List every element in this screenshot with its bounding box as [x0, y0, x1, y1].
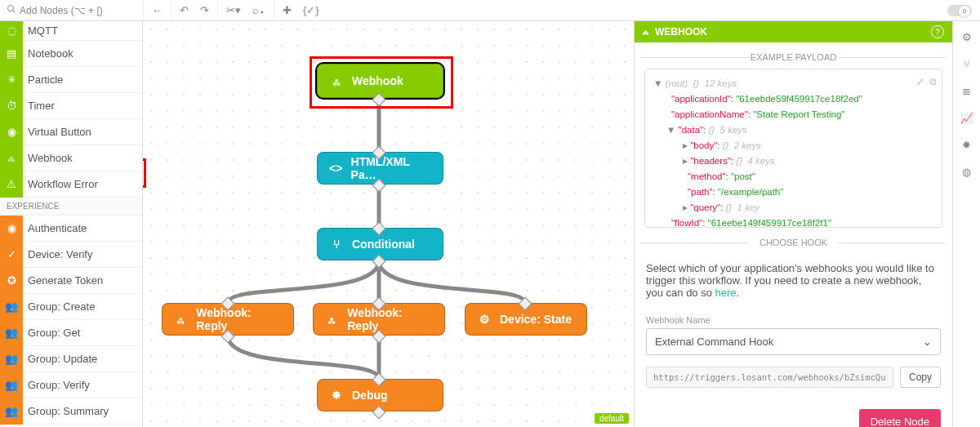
palette-item-particle[interactable]: ✳Particle — [0, 67, 142, 93]
node-label: Conditional — [352, 238, 415, 251]
example-payload[interactable]: ⤢ ⧉ ▼ (root) {} 12 keys "applicationId":… — [644, 69, 942, 228]
bug-icon: ✸ — [329, 388, 344, 403]
search-placeholder: Add Nodes (⌥ + [) — [20, 5, 103, 16]
palette-item-device-verify[interactable]: ✓Device: Verify — [0, 242, 142, 268]
palette-item-group-summary[interactable]: 👥Group: Summary — [0, 398, 142, 425]
palette-item-virtual-button[interactable]: ◉Virtual Button — [0, 119, 142, 145]
create-webhook-link[interactable]: here — [715, 287, 737, 299]
bug-icon[interactable]: ✸ — [962, 139, 971, 151]
webhook-name-label: Webhook Name — [646, 315, 941, 325]
webhook-name-select[interactable]: External Command Hook ⌄ — [646, 328, 941, 355]
node-label: Webhook — [352, 74, 403, 87]
branch-icon: ⑂ — [329, 237, 344, 251]
palette-item-timer[interactable]: ⏱Timer — [0, 93, 142, 119]
right-tool-rail: ⚙ ⑂ ≣ 📈 ✸ ◍ — [952, 21, 980, 427]
copy-url-button[interactable]: Copy — [900, 367, 941, 388]
node-label: Device: State — [500, 313, 572, 326]
node-label: Webhook: Reply — [347, 306, 433, 332]
section-experience: EXPERIENCE — [0, 198, 142, 216]
group-get-icon: 👥 — [0, 320, 23, 346]
zoom-menu[interactable]: ⌕▾ — [249, 2, 269, 18]
svg-point-0 — [8, 6, 14, 11]
webhook-icon: ஃ — [329, 73, 344, 88]
bracket-button[interactable]: {✓} — [300, 2, 323, 18]
choose-hook-heading: CHOOSE HOOK — [635, 238, 952, 247]
panel-title: WEBHOOK — [655, 26, 707, 38]
error-icon: ⚠ — [0, 171, 23, 198]
delete-node-button[interactable]: Delete Node — [859, 409, 941, 427]
group-update-icon: 👥 — [0, 346, 23, 372]
timer-icon: ⏱ — [0, 93, 23, 119]
palette-item-workflow-error[interactable]: ⚠Workflow Error — [0, 171, 142, 198]
copy-payload-icon[interactable]: ⧉ — [929, 74, 937, 91]
notebook-icon: ▤ — [0, 41, 23, 67]
gear-icon: ⚙ — [477, 312, 492, 327]
workflow-canvas[interactable]: ஃ Webhook <> HTML/XML Pa… ⑂ Conditional … — [143, 21, 634, 427]
webhook-url-field[interactable] — [646, 367, 893, 388]
enabled-toggle[interactable] — [947, 5, 972, 16]
palette-item-group-get[interactable]: 👥Group: Get — [0, 320, 142, 346]
webhook-icon: ஃ — [0, 145, 23, 171]
globe-icon[interactable]: ◍ — [962, 166, 971, 178]
chart-icon[interactable]: 📈 — [960, 112, 973, 124]
code-icon: <> — [329, 161, 343, 176]
node-label: Webhook: Reply — [196, 306, 282, 332]
database-icon[interactable]: ≣ — [962, 85, 971, 97]
cut-menu[interactable]: ✂▾ — [223, 2, 244, 18]
button-icon: ◉ — [0, 119, 23, 145]
palette-item-group-verify[interactable]: 👥Group: Verify — [0, 372, 142, 398]
webhook-icon: ஃ — [174, 312, 188, 327]
chevron-down-icon: ⌄ — [923, 336, 932, 348]
top-toolbar: Add Nodes (⌥ + [) ← ↶ ↷ ✂▾ ⌕▾ ✚ {✓} — [0, 0, 980, 21]
palette-item-mqtt[interactable]: ◌MQTT — [0, 21, 142, 41]
select-value: External Command Hook — [655, 336, 773, 348]
choose-hook-text: Select which of your application's webho… — [635, 254, 952, 307]
palette-item-group-create[interactable]: 👥Group: Create — [0, 294, 142, 320]
key-icon: ✪ — [0, 268, 23, 294]
palette-item-authenticate[interactable]: ◉Authenticate — [0, 216, 142, 242]
webhook-icon: ஃ — [643, 26, 648, 38]
device-verify-icon: ✓ — [0, 242, 23, 268]
node-webhook[interactable]: ஃ Webhook — [317, 64, 443, 98]
add-nodes-search[interactable]: Add Nodes (⌥ + [) — [0, 4, 143, 16]
payload-tools: ⤢ ⧉ — [916, 74, 937, 91]
gear-icon[interactable]: ⚙ — [962, 31, 972, 43]
back-button[interactable]: ← — [149, 2, 166, 18]
palette-item-generate-token[interactable]: ✪Generate Token — [0, 268, 142, 294]
branch-icon[interactable]: ⑂ — [964, 58, 970, 70]
group-create-icon: 👥 — [0, 294, 23, 320]
add-button[interactable]: ✚ — [279, 2, 295, 18]
redo-button[interactable]: ↷ — [197, 2, 212, 18]
undo-button[interactable]: ↶ — [176, 2, 192, 18]
properties-panel: ஃ WEBHOOK ? EXAMPLE PAYLOAD ⤢ ⧉ ▼ (root)… — [634, 21, 952, 427]
expand-icon[interactable]: ⤢ — [916, 74, 924, 91]
node-label: HTML/XML Pa… — [351, 155, 431, 181]
search-icon — [7, 4, 16, 16]
node-label: Debug — [352, 389, 388, 402]
default-tag: default — [595, 413, 629, 424]
node-palette: ◌MQTT ▤Notebook ✳Particle ⏱Timer ◉Virtua… — [0, 21, 143, 427]
example-payload-heading: EXAMPLE PAYLOAD — [635, 52, 952, 62]
group-verify-icon: 👥 — [0, 372, 23, 398]
webhook-icon: ஃ — [325, 312, 339, 327]
palette-item-webhook[interactable]: ஃWebhook — [0, 145, 142, 171]
palette-item-group-update[interactable]: 👥Group: Update — [0, 346, 142, 372]
palette-item-notebook[interactable]: ▤Notebook — [0, 41, 142, 67]
help-icon[interactable]: ? — [931, 25, 944, 38]
panel-header: ஃ WEBHOOK ? — [635, 21, 952, 42]
group-summary-icon: 👥 — [0, 398, 23, 425]
fingerprint-icon: ◉ — [0, 216, 23, 242]
particle-icon: ✳ — [0, 67, 23, 93]
